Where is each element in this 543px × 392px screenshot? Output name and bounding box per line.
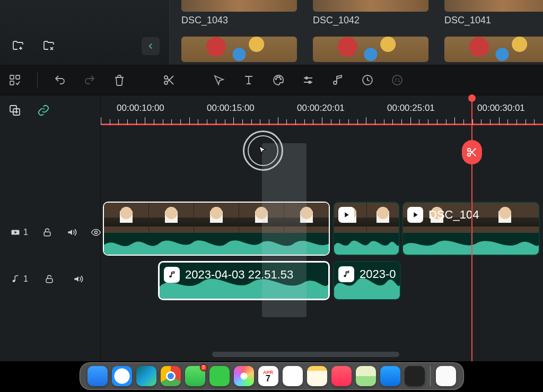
add-track-icon[interactable]: [7, 103, 22, 118]
video-track-header: 1: [0, 222, 101, 243]
dock-app-wechat[interactable]: [209, 366, 230, 386]
svg-point-8: [281, 79, 282, 80]
music-note-icon[interactable]: [330, 73, 345, 88]
svg-point-7: [279, 77, 280, 78]
dock-app-misc[interactable]: [436, 366, 456, 386]
media-grid: DSC_1043 DSC_1042 DSC_1041: [170, 0, 543, 65]
svg-point-19: [94, 231, 97, 234]
dock-app-edge[interactable]: [136, 366, 156, 386]
split-button[interactable]: [462, 140, 482, 164]
timeline: 1 1 00:00:10:0000:00:15:0000:00:20:0100:…: [0, 95, 543, 361]
scrollbar-thumb[interactable]: [212, 352, 399, 357]
audio-track-header: 1: [0, 268, 101, 290]
separator: [37, 73, 38, 88]
video-lane[interactable]: DSC_104: [101, 202, 543, 256]
media-item[interactable]: DSC_1043: [181, 0, 297, 65]
play-icon: [407, 207, 423, 223]
toolbar: [0, 65, 543, 95]
svg-rect-18: [44, 232, 50, 236]
remove-folder-icon[interactable]: [41, 38, 56, 53]
playhead[interactable]: [471, 95, 472, 361]
video-track-label: 1: [11, 228, 28, 237]
svg-marker-22: [345, 212, 348, 217]
lock-icon[interactable]: [42, 272, 57, 286]
volume-icon[interactable]: [71, 272, 85, 286]
svg-point-13: [392, 75, 402, 85]
dock-area: 3 APR7: [0, 361, 543, 392]
svg-rect-21: [46, 278, 52, 283]
media-thumbnail[interactable]: [181, 37, 297, 62]
cursor-indicator: [243, 130, 283, 171]
svg-marker-23: [414, 212, 417, 217]
text-icon[interactable]: [241, 73, 256, 88]
dock-app-safari[interactable]: [112, 366, 132, 386]
scissors-icon[interactable]: [162, 73, 177, 88]
svg-rect-2: [10, 81, 14, 85]
audio-lane[interactable]: 2023-04-03 22.51.53 2023-0: [101, 261, 543, 300]
play-icon: [338, 207, 354, 223]
caption-icon[interactable]: [390, 73, 405, 88]
dock-app-chrome[interactable]: [161, 366, 181, 386]
dock-app-music[interactable]: [331, 366, 352, 386]
dock-separator: [430, 366, 431, 386]
music-icon: [338, 266, 354, 282]
horizontal-scrollbar[interactable]: [212, 352, 524, 357]
clip-title: 2023-0: [360, 267, 396, 281]
trash-icon[interactable]: [112, 73, 127, 88]
back-button[interactable]: [142, 37, 160, 55]
media-sidebar: [0, 0, 170, 65]
dock-app-appstore[interactable]: [380, 366, 400, 386]
pointer-icon[interactable]: [212, 73, 226, 88]
dock-app-maps[interactable]: [356, 366, 376, 386]
dock-app-photos[interactable]: [234, 366, 254, 386]
dock-app-messages[interactable]: 3: [185, 366, 205, 386]
eye-icon[interactable]: [91, 225, 101, 240]
video-clip[interactable]: DSC_104: [402, 202, 540, 256]
sliders-icon[interactable]: [301, 73, 316, 88]
music-icon: [164, 267, 180, 283]
media-label: DSC_1042: [313, 15, 428, 26]
media-thumbnail: [313, 0, 428, 12]
media-item[interactable]: DSC_1041: [444, 0, 543, 65]
new-folder-icon[interactable]: [11, 38, 25, 53]
svg-point-6: [277, 77, 278, 78]
redo-icon[interactable]: [82, 73, 97, 88]
timeline-canvas[interactable]: 00:00:10:0000:00:15:0000:00:20:0100:00:2…: [101, 95, 543, 361]
undo-icon[interactable]: [52, 73, 67, 88]
palette-icon[interactable]: [271, 73, 286, 88]
audio-clip[interactable]: 2023-0: [333, 261, 401, 300]
media-thumbnail[interactable]: [313, 37, 428, 62]
dock-app-finalcut[interactable]: [405, 366, 425, 386]
dock: 3 APR7: [80, 362, 464, 390]
dock-app-finder[interactable]: [87, 366, 108, 386]
svg-point-11: [334, 81, 337, 84]
audio-track-label: 1: [11, 274, 28, 284]
media-thumbnail: [181, 0, 297, 12]
svg-rect-0: [10, 75, 14, 79]
media-panel: DSC_1043 DSC_1042 DSC_1041: [0, 0, 543, 65]
svg-rect-1: [16, 75, 20, 79]
lock-icon[interactable]: [42, 225, 52, 240]
dock-app-notes[interactable]: [307, 366, 327, 386]
svg-point-5: [276, 79, 277, 80]
layout-icon[interactable]: [7, 73, 22, 88]
volume-icon[interactable]: [66, 225, 77, 240]
media-thumbnail: [444, 0, 543, 12]
video-clip[interactable]: [333, 202, 400, 256]
playhead-knob[interactable]: [468, 94, 476, 102]
speed-icon[interactable]: [360, 73, 375, 88]
media-item[interactable]: DSC_1042: [313, 0, 428, 65]
media-label: DSC_1043: [181, 15, 297, 26]
media-label: DSC_1041: [444, 15, 543, 26]
dock-app-calendar[interactable]: APR7: [258, 366, 278, 386]
timeline-ruler[interactable]: 00:00:10:0000:00:15:0000:00:20:0100:00:2…: [101, 95, 543, 125]
timeline-left-panel: 1 1: [0, 95, 101, 361]
link-icon[interactable]: [36, 103, 51, 118]
media-thumbnail[interactable]: [444, 37, 543, 62]
dock-app-reminders[interactable]: [283, 366, 303, 386]
